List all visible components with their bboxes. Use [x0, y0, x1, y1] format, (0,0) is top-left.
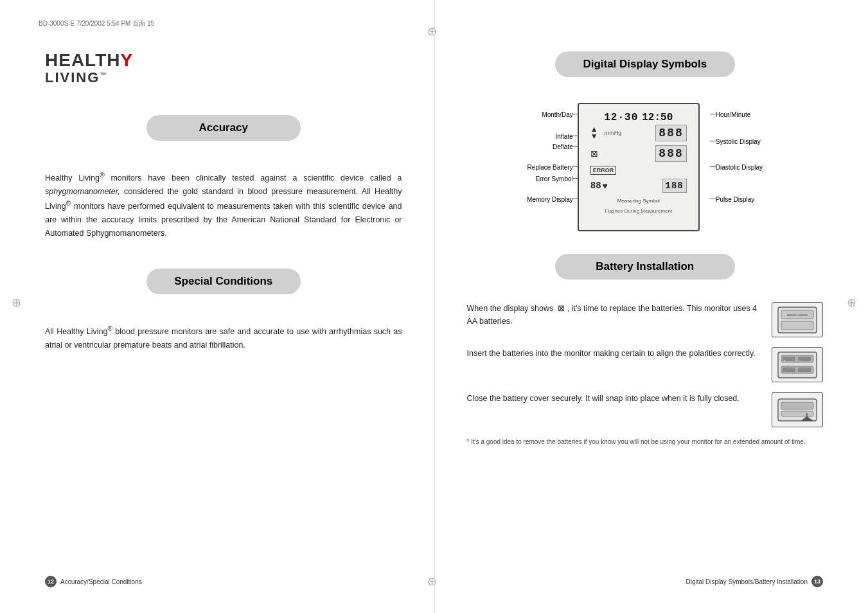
- lcd-pulse: 188: [662, 179, 687, 193]
- lcd-time-right: 12:50: [642, 112, 673, 123]
- conn-month-day: [573, 114, 579, 114]
- conn-deflate: [573, 146, 579, 147]
- lcd-measuring-label: Measuring Symbol: [579, 198, 698, 204]
- label-pulse: Pulse Display: [716, 196, 806, 203]
- conn-error: [573, 178, 579, 179]
- battery-text-2: Insert the batteries into the monitor ma…: [467, 347, 763, 360]
- lcd-arrows: ▲▼: [590, 126, 598, 140]
- battery-image-3: [772, 392, 823, 427]
- logo-living: LIVING™: [45, 69, 402, 86]
- battery-header-text: Battery Installation: [596, 260, 694, 272]
- svg-rect-14: [781, 402, 813, 409]
- conn-diastolic: [710, 166, 716, 167]
- label-deflate: Deflate: [484, 143, 573, 150]
- svg-rect-2: [781, 321, 813, 330]
- conn-hour: [710, 114, 716, 114]
- battery-block-3: Close the battery cover securely. It wil…: [467, 392, 824, 427]
- special-conditions-body: All Healthy Living® blood pressure monit…: [45, 323, 402, 351]
- battery-image-1: ━━━ ━━━: [772, 302, 823, 337]
- logo-y: Y: [120, 50, 133, 70]
- lcd-battery-icon: ⊠: [590, 148, 598, 159]
- display-diagram: 12·30 12:50 ▲▼ mmHg 888 ⊠ 888: [484, 100, 806, 247]
- conn-pulse: [710, 199, 716, 199]
- lcd-diastolic: 888: [655, 145, 686, 162]
- battery-block-2: Insert the batteries into the monitor ma…: [467, 347, 824, 382]
- lcd-time-left: 12·30: [604, 112, 638, 123]
- right-page-number: 13: [811, 576, 823, 587]
- label-inflate: Inflate: [484, 133, 573, 140]
- battery-header-box: Battery Installation: [555, 254, 735, 280]
- special-conditions-header-box: Special Conditions: [146, 269, 301, 294]
- lcd-flashes-label: Flashes During Measurement: [605, 208, 672, 214]
- battery-text-1: When the display shows ⊠ , it's time to …: [467, 302, 763, 328]
- label-diastolic: Diastolic Display: [716, 164, 806, 171]
- accuracy-body: Healthy Living® monitors have been clini…: [45, 170, 402, 240]
- left-footer-text: Accuracy/Special Conditions: [60, 578, 142, 585]
- battery-svg-2: + -: [775, 349, 820, 381]
- lcd-measuring-row: Measuring Symbol Flashes During Measurem…: [579, 198, 698, 215]
- logo: HEALTHY LIVING™: [45, 51, 402, 86]
- lcd-battery-row: ⊠ 888: [579, 143, 698, 164]
- left-page-number: 12: [45, 576, 57, 587]
- conn-memory: [573, 199, 579, 199]
- svg-rect-10: [798, 368, 811, 372]
- lcd-error: ERROR: [590, 166, 617, 175]
- label-month-day: Month/Day: [484, 111, 573, 118]
- conn-battery: [573, 166, 579, 167]
- label-hour-minute: Hour/Minute: [716, 111, 806, 118]
- lcd-memory: 88 ♥: [590, 181, 608, 191]
- special-conditions-header-text: Special Conditions: [174, 275, 272, 287]
- svg-text:-: -: [799, 359, 801, 362]
- accuracy-section-wrapper: Accuracy: [45, 102, 402, 154]
- logo-tm: ™: [100, 71, 107, 78]
- svg-rect-15: [781, 411, 813, 416]
- svg-text:━━━ ━━━: ━━━ ━━━: [786, 312, 808, 318]
- digital-display-header-box: Digital Display Symbols: [555, 51, 735, 77]
- lcd-arrows-row: ▲▼ mmHg 888: [579, 123, 698, 143]
- lcd-heart: ♥: [603, 181, 608, 191]
- left-page: HEALTHY LIVING™ Accuracy Healthy Living®…: [0, 0, 434, 613]
- label-replace-battery: Replace Battery: [484, 164, 573, 171]
- svg-text:+: +: [784, 359, 786, 362]
- page-container: BD-3000S-E 7/20/2002 5:54 PM 頁面 15 ⊕ ⊕ ⊕…: [0, 0, 868, 613]
- lcd-memory-digits: 88: [590, 181, 601, 191]
- lcd-screen: 12·30 12:50 ▲▼ mmHg 888 ⊠ 888: [578, 103, 700, 231]
- battery-header-wrapper: Battery Installation: [467, 254, 824, 292]
- conn-inflate: [573, 136, 579, 136]
- battery-svg-1: ━━━ ━━━: [775, 304, 820, 336]
- right-footer: Digital Display Symbols/Battery Installa…: [467, 576, 824, 587]
- special-conditions-section-wrapper: Special Conditions: [45, 256, 402, 307]
- lcd-systolic: 888: [655, 125, 686, 141]
- digital-display-header-wrapper: Digital Display Symbols: [467, 51, 824, 90]
- label-error-symbol: Error Symbol: [484, 175, 573, 182]
- lcd-time-row: 12·30 12:50: [579, 112, 698, 123]
- label-systolic: Systolic Display: [716, 138, 806, 145]
- svg-rect-9: [783, 368, 795, 372]
- label-memory-display: Memory Display: [484, 196, 573, 203]
- battery-svg-3: [775, 394, 820, 426]
- lcd-memory-row: 88 ♥ 188: [579, 176, 698, 195]
- right-footer-text: Digital Display Symbols/Battery Installa…: [686, 578, 808, 585]
- battery-image-2: + -: [772, 347, 823, 382]
- conn-systolic: [710, 141, 716, 141]
- lcd-mmhg: mmHg: [605, 130, 622, 136]
- accuracy-header-text: Accuracy: [199, 121, 248, 134]
- accuracy-header-box: Accuracy: [146, 115, 301, 141]
- battery-section: When the display shows ⊠ , it's time to …: [467, 302, 824, 447]
- lcd-error-row: ERROR: [579, 164, 698, 176]
- battery-block-1: When the display shows ⊠ , it's time to …: [467, 302, 824, 337]
- left-footer: 12 Accuracy/Special Conditions: [45, 576, 402, 587]
- digital-display-header-text: Digital Display Symbols: [583, 58, 707, 70]
- right-page: Digital Display Symbols 12·30 12:50 ▲▼ m…: [434, 0, 869, 613]
- battery-footnote: * It's a good idea to remove the batteri…: [467, 437, 824, 447]
- logo-healthy: HEALTHY: [45, 51, 402, 69]
- battery-text-3: Close the battery cover securely. It wil…: [467, 392, 763, 405]
